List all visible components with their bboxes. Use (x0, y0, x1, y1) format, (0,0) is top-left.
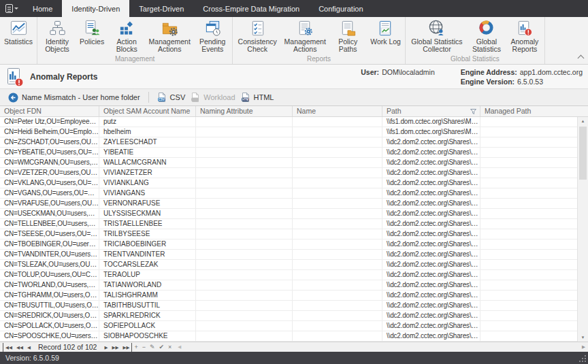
cell-name (293, 148, 382, 157)
resize-grip[interactable] (579, 355, 586, 362)
work-log-button[interactable]: Work Log (367, 17, 404, 46)
nav-delete-button[interactable]: − (140, 343, 148, 352)
cell-object-fdn: CN=VRAFUSE,OU=users,OU=Col... (0, 199, 99, 208)
table-row[interactable]: CN=TELLENBEE,OU=users,OU=Co... TRISTAELL… (0, 219, 577, 229)
html-button-label: HTML (254, 93, 274, 101)
column-header-object-sam-account-name[interactable]: Object SAM Account Name (99, 106, 196, 116)
cell-object-fdn: CN=TBUSUTTIL,OU=users,OU=Col... (0, 301, 99, 310)
cell-path: \\dc2.dom2.cctec.org\Shares\Colu... (382, 137, 480, 147)
nav-next-page-button[interactable]: ▶▶ (110, 343, 120, 352)
table-row[interactable]: CN=VRAFUSE,OU=users,OU=Col... VERNONRAFU… (0, 199, 577, 209)
nav-next-button[interactable]: ▶ (102, 343, 110, 352)
vertical-scrollbar-thumb[interactable] (579, 127, 587, 180)
nav-append-button[interactable]: + (132, 343, 140, 352)
table-row[interactable]: CN=TOLUP,OU=users,OU=Colum... TERAOLUP \… (0, 270, 577, 280)
table-row[interactable]: CN=TBUSUTTIL,OU=users,OU=Col... TABITHBU… (0, 301, 577, 311)
cell-naming-attribute (196, 199, 293, 208)
management-actions-button[interactable]: Management Actions (146, 17, 193, 53)
global-statistics-icon (477, 19, 495, 37)
user-info: User:DOM\localadmin (361, 68, 434, 76)
table-row[interactable]: CN=TBOEBINGER,OU=users,OU=... TRICIABOEB… (0, 239, 577, 250)
hscroll-left-arrow[interactable]: ◀ (174, 344, 185, 350)
table-row[interactable]: CN=VGANS,OU=users,OU=Colum... VIVIANGANS… (0, 188, 577, 199)
cell-name (293, 117, 382, 127)
cell-object-fdn: CN=Peter Utz,OU=Employees,OU... (0, 117, 99, 127)
cell-managed-path (480, 260, 577, 269)
table-row[interactable]: CN=USECKMAN,OU=users,OU=C... ULYSSISECKM… (0, 209, 577, 219)
table-row[interactable]: CN=TGHRAMM,OU=users,OU=Co... TALISHGHRAM… (0, 291, 577, 301)
nav-prev-button[interactable]: ◀ (25, 343, 33, 352)
column-header-managed-path[interactable]: Managed Path (480, 106, 588, 116)
cell-naming-attribute (196, 280, 293, 290)
tab-home[interactable]: Home (23, 0, 62, 17)
global-statistics-button[interactable]: Global Statistics (468, 17, 506, 53)
table-row[interactable]: CN=Heidi Belheim,OU=Employees... hbelhei… (0, 127, 577, 137)
anomaly-reports-button[interactable]: Anomaly Reports (506, 17, 544, 53)
column-header-naming-attribute[interactable]: Naming Attribute (196, 106, 293, 116)
table-row[interactable]: CN=TSLEZAK,OU=users,OU=Colu... TOCCARSLE… (0, 260, 577, 270)
table-row[interactable]: CN=Peter Utz,OU=Employees,OU... putz \\f… (0, 117, 577, 127)
nav-first-button[interactable]: ◀◀ (3, 343, 14, 352)
table-row[interactable]: CN=VZETZER,OU=users,OU=Colu... VIVIANZET… (0, 168, 577, 178)
identity-objects-button[interactable]: Identity Objects (38, 17, 76, 53)
column-header-path[interactable]: Path (382, 106, 480, 116)
table-row[interactable]: CN=TVANDINTER,OU=users,OU=... TRENTVANDI… (0, 250, 577, 260)
nav-prev-page-button[interactable]: ◀◀ (14, 343, 25, 352)
cell-naming-attribute (196, 137, 293, 147)
table-row[interactable]: CN=SPOLLACK,OU=users,OU=Col... SOFIEPOLL… (0, 321, 577, 331)
table-row[interactable]: CN=VKLANG,OU=users,OU=Colu... VIVIANKLAN… (0, 178, 577, 188)
cell-path: \\dc2.dom2.cctec.org\Shares\Colu... (382, 209, 480, 218)
cell-path: \\dc2.dom2.cctec.org\Shares\Colu... (382, 199, 480, 208)
cell-object-fdn: CN=TWORLAND,OU=users,OU=C... (0, 280, 99, 290)
tab-identity-driven[interactable]: Identity-Driven (62, 0, 129, 17)
tab-configuration[interactable]: Configuration (309, 0, 372, 17)
table-row[interactable]: CN=WMCGRANN,OU=users,OU=... WALLACMCGRAN… (0, 158, 577, 168)
table-row[interactable]: CN=ZSCHADT,OU=users,OU=Col... ZAYLEESCHA… (0, 137, 577, 148)
pending-events-button[interactable]: Pending Events (193, 17, 231, 53)
table-row[interactable]: CN=SREDRICK,OU=users,OU=Col... SPARKLRED… (0, 311, 577, 321)
policy-paths-button[interactable]: Policy Paths (329, 17, 367, 53)
cell-naming-attribute (196, 331, 293, 341)
cell-path: \\dc2.dom2.cctec.org\Shares\Colu... (382, 301, 480, 310)
statistics-button[interactable]: Statistics (1, 17, 36, 46)
nav-post-button[interactable]: ✔ (157, 343, 166, 352)
tab-cross-empire-data-migration[interactable]: Cross-Empire Data Migration (193, 0, 309, 17)
table-row[interactable]: CN=YBEATIE,OU=users,OU=Colu... YIBEATIE … (0, 148, 577, 158)
hscroll-right-arrow[interactable]: ▶ (582, 344, 585, 350)
cell-naming-attribute (196, 291, 293, 300)
tab-target-driven[interactable]: Target-Driven (129, 0, 193, 17)
nav-last-button[interactable]: ▶▶ (120, 343, 132, 352)
cell-object-sam-account-name: ULYSSISECKMAN (99, 209, 196, 218)
ribbon-button-label: Consistency Check (237, 38, 278, 53)
ribbon-button-label: Action Blocks (111, 38, 142, 53)
management-actions-report-button[interactable]: Management Actions (281, 17, 329, 53)
policies-button[interactable]: Policies (76, 17, 108, 46)
svg-text:HTM: HTM (242, 98, 248, 101)
report-toolbar: Name Mismatch - User home folder CSV CSV… (0, 88, 588, 106)
cell-object-sam-account-name: hbelheim (99, 127, 196, 137)
action-blocks-button[interactable]: Action Blocks (108, 17, 146, 53)
export-workload-button[interactable]: Workload (188, 92, 238, 103)
application-menu-button[interactable] (0, 0, 23, 17)
back-button[interactable]: Name Mismatch - User home folder (5, 93, 143, 103)
global-statistics-collector-button[interactable]: Global Statistics Collector (406, 17, 468, 53)
export-html-button[interactable]: HTM HTML (238, 92, 277, 103)
export-csv-button[interactable]: CSV CSV (154, 92, 189, 103)
ribbon-tab-bar: Home Identity-Driven Target-Driven Cross… (0, 0, 588, 17)
nav-cancel-button[interactable]: × (166, 343, 174, 352)
cell-name (293, 188, 382, 198)
consistency-check-button[interactable]: Consistency Check (233, 17, 281, 53)
scroll-down-arrow[interactable]: ▼ (578, 333, 588, 342)
status-bar: Version: 6.5.0.59 (0, 352, 588, 364)
filter-icon[interactable] (470, 109, 476, 114)
column-header-name[interactable]: Name (293, 106, 382, 116)
ribbon-collapse-button[interactable] (578, 55, 585, 62)
vertical-scrollbar[interactable]: ▲ ▼ (577, 117, 588, 342)
column-header-object-fdn[interactable]: Object FDN (0, 106, 99, 116)
cell-object-sam-account-name: TRICIABOEBINGER (99, 239, 196, 249)
table-row[interactable]: CN=TWORLAND,OU=users,OU=C... TATIANWORLA… (0, 280, 577, 291)
table-row[interactable]: CN=SPOOSCHKE,OU=users,OU=C... SIOBHAPOOS… (0, 331, 577, 342)
table-row[interactable]: CN=TSEESE,OU=users,OU=Colum... TRILBYSEE… (0, 229, 577, 239)
nav-edit-button[interactable]: ✎ (148, 343, 157, 352)
scroll-up-arrow[interactable]: ▲ (578, 117, 588, 125)
